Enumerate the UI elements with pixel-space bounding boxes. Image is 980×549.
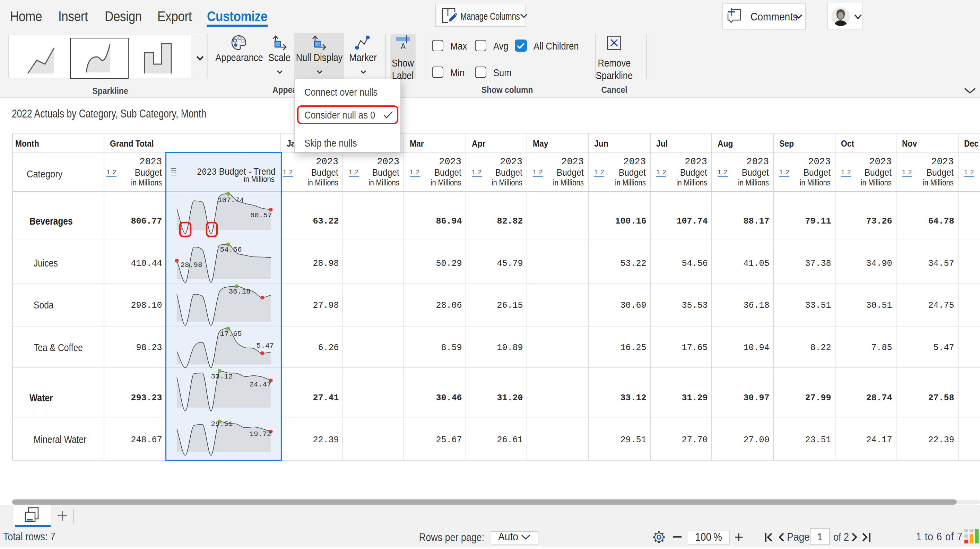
svg-text:5.47: 5.47 bbox=[256, 342, 274, 350]
svg-text:24.47: 24.47 bbox=[249, 380, 271, 388]
svg-text:17.65: 17.65 bbox=[220, 330, 242, 338]
svg-text:36.18: 36.18 bbox=[228, 288, 250, 296]
svg-text:33.12: 33.12 bbox=[211, 372, 232, 380]
svg-text:28.98: 28.98 bbox=[180, 261, 202, 269]
svg-text:107.74: 107.74 bbox=[218, 196, 244, 204]
svg-text:54.56: 54.56 bbox=[220, 246, 242, 254]
svg-text:19.72: 19.72 bbox=[249, 430, 271, 438]
svg-text:29.51: 29.51 bbox=[211, 420, 232, 428]
svg-text:60.57: 60.57 bbox=[250, 212, 272, 220]
